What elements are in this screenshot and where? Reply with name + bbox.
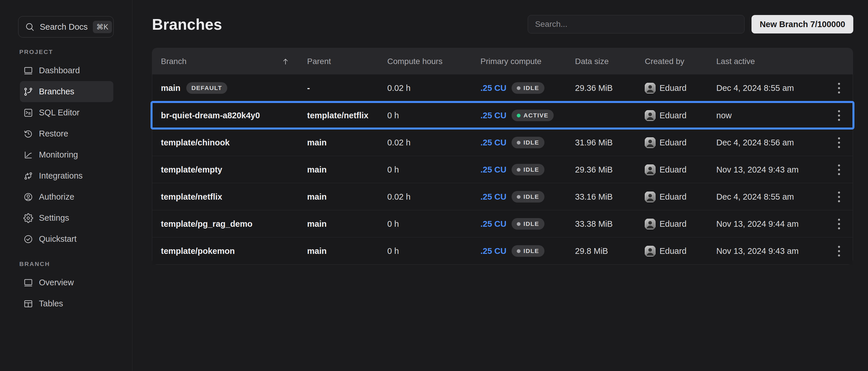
new-branch-button[interactable]: New Branch 7/100000 <box>751 15 853 33</box>
compute-hours-cell: 0 h <box>387 111 480 120</box>
branch-cell: mainDEFAULT <box>152 82 307 94</box>
sidebar-item-quickstart[interactable]: Quickstart <box>20 228 113 250</box>
column-header-created-by[interactable]: Created by <box>645 57 716 66</box>
status-badge: IDLE <box>512 245 544 257</box>
sidebar-item-restore[interactable]: Restore <box>20 123 113 144</box>
parent-name: main <box>307 192 327 202</box>
row-menu-button[interactable] <box>825 129 853 156</box>
column-header-label: Created by <box>645 57 684 66</box>
kebab-icon <box>838 191 840 202</box>
column-header-primary-compute[interactable]: Primary compute <box>480 57 575 66</box>
compute-hours-cell: 0 h <box>387 246 480 256</box>
avatar <box>645 219 655 229</box>
status-label: IDLE <box>523 248 539 254</box>
branch-name: template/empty <box>161 165 222 175</box>
column-header-branch[interactable]: Branch <box>152 57 307 66</box>
column-header-label: Branch <box>161 57 187 66</box>
status-label: IDLE <box>523 85 539 91</box>
last-active-cell: Dec 4, 2024 8:56 am <box>716 138 825 147</box>
data-size-cell: 33.16 MiB <box>575 192 645 202</box>
dashboard-icon <box>23 66 33 75</box>
creator-name: Eduard <box>659 138 687 147</box>
last-active-cell: now <box>716 111 825 120</box>
status-dot <box>517 249 521 253</box>
default-badge: DEFAULT <box>186 82 227 94</box>
column-header-data-size[interactable]: Data size <box>575 57 645 66</box>
parent-name: - <box>307 83 310 93</box>
creator-name: Eduard <box>659 111 687 120</box>
row-menu-button[interactable] <box>825 102 853 129</box>
quickstart-icon <box>23 234 33 244</box>
status-dot <box>517 141 521 145</box>
status-badge: IDLE <box>512 137 544 148</box>
branch-name: main <box>161 83 181 93</box>
row-menu-button[interactable] <box>825 183 853 210</box>
primary-compute-cell: .25 CUIDLE <box>480 191 575 203</box>
column-header-compute-hours[interactable]: Compute hours <box>387 57 480 66</box>
compute-hours-cell: 0.02 h <box>387 138 480 147</box>
table-row[interactable]: template/pg_rag_demomain0 h.25 CUIDLE33.… <box>152 210 853 237</box>
creator-name: Eduard <box>659 83 687 93</box>
sidebar-item-settings[interactable]: Settings <box>20 208 113 228</box>
kebab-icon <box>838 246 840 256</box>
parent-cell: template/netflix <box>307 111 387 120</box>
sidebar-item-integrations[interactable]: Integrations <box>20 165 113 186</box>
sidebar-item-tables[interactable]: Tables <box>20 293 113 314</box>
avatar <box>645 246 655 256</box>
row-menu-button[interactable] <box>825 210 853 238</box>
row-menu-button[interactable] <box>825 238 853 265</box>
row-menu-button[interactable] <box>825 156 853 183</box>
avatar <box>645 110 655 121</box>
table-row[interactable]: template/pokemonmain0 h.25 CUIDLE29.8 Mi… <box>152 237 853 264</box>
parent-cell: main <box>307 219 387 229</box>
kebab-dot <box>838 137 840 140</box>
parent-name: main <box>307 138 327 147</box>
created-by-cell: Eduard <box>645 137 716 148</box>
kebab-icon <box>838 137 840 148</box>
table-row[interactable]: mainDEFAULT-0.02 h.25 CUIDLE29.36 MiBEdu… <box>152 74 853 101</box>
kebab-dot <box>838 142 840 144</box>
table-row[interactable]: br-quiet-dream-a820k4y0template/netflix0… <box>152 101 853 129</box>
status-label: IDLE <box>523 139 539 146</box>
kebab-dot <box>838 169 840 171</box>
table-row[interactable]: template/netflixmain0.02 h.25 CUIDLE33.1… <box>152 183 853 210</box>
kebab-dot <box>838 115 840 117</box>
kebab-dot <box>838 246 840 248</box>
sidebar-item-authorize[interactable]: Authorize <box>20 186 113 208</box>
main-content: Branches New Branch 7/100000 BranchParen… <box>132 0 868 371</box>
sidebar-section-label: PROJECT <box>19 49 132 55</box>
table-row[interactable]: template/chinookmain0.02 h.25 CUIDLE31.9… <box>152 129 853 156</box>
search-docs-button[interactable]: Search Docs ⌘K <box>18 16 114 37</box>
column-header-last-active[interactable]: Last active <box>716 57 825 66</box>
sidebar-item-label: Quickstart <box>39 234 77 244</box>
avatar <box>645 83 655 93</box>
sidebar-item-label: Dashboard <box>39 66 80 75</box>
branch-cell: template/pg_rag_demo <box>152 219 307 229</box>
sidebar-item-monitoring[interactable]: Monitoring <box>20 144 113 165</box>
row-menu-button[interactable] <box>825 74 853 101</box>
sidebar-item-label: Settings <box>39 213 69 223</box>
sidebar-item-overview[interactable]: Overview <box>20 272 113 293</box>
kebab-dot <box>838 110 840 112</box>
sidebar-item-sql-editor[interactable]: SQL Editor <box>20 102 113 123</box>
sidebar-item-dashboard[interactable]: Dashboard <box>20 60 113 81</box>
status-dot <box>517 195 521 199</box>
status-badge: ACTIVE <box>512 110 554 121</box>
column-header-parent[interactable]: Parent <box>307 57 387 66</box>
sidebar-item-label: Monitoring <box>39 150 78 159</box>
kebab-dot <box>838 250 840 252</box>
table-row[interactable]: template/emptymain0 h.25 CUIDLE29.36 MiB… <box>152 156 853 183</box>
sidebar-item-branches[interactable]: Branches <box>20 81 113 102</box>
status-badge: IDLE <box>512 191 544 203</box>
compute-hours-cell: 0.02 h <box>387 192 480 202</box>
created-by-cell: Eduard <box>645 246 716 256</box>
branch-cell: br-quiet-dream-a820k4y0 <box>152 111 307 120</box>
table-body: mainDEFAULT-0.02 h.25 CUIDLE29.36 MiBEdu… <box>152 74 853 264</box>
integrations-icon <box>23 171 33 181</box>
branch-search-input[interactable] <box>528 15 745 33</box>
sidebar-section-list: DashboardBranchesSQL EditorRestoreMonito… <box>20 60 113 250</box>
sql-editor-icon <box>23 108 33 118</box>
sidebar-item-label: Branches <box>39 87 74 96</box>
compute-units: .25 CU <box>480 111 506 120</box>
branches-icon <box>23 87 33 97</box>
